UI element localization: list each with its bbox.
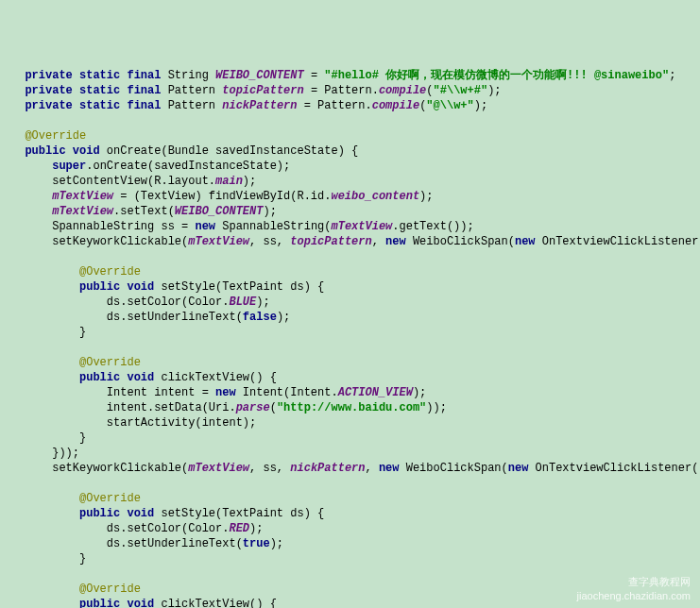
watermark: 查字典教程网 jiaocheng.chazidian.com (577, 562, 691, 602)
code-line: public void setStyle(TextPaint ds) { (11, 280, 324, 294)
code-line: public void clickTextView() { (11, 371, 277, 384)
code-line: intent.setData(Uri.parse("http://www.bai… (11, 401, 447, 414)
code-line: ds.setUnderlineText(true); (11, 537, 283, 550)
code-line: public void clickTextView() { (11, 598, 277, 608)
code-block: private static final String WEIBO_CONTEN… (11, 68, 689, 608)
code-line: @Override (11, 265, 141, 279)
code-line: })); (11, 447, 79, 460)
code-line: ds.setColor(Color.RED); (11, 522, 263, 535)
code-line: } (11, 552, 86, 566)
code-line: mTextView = (TextView) findViewById(R.id… (11, 190, 434, 203)
watermark-title: 查字典教程网 (628, 576, 691, 587)
code-line: @Override (11, 356, 141, 369)
code-line: private static final Pattern nickPattern… (11, 99, 487, 112)
code-line: ds.setColor(Color.BLUE); (11, 296, 270, 309)
code-line: public void onCreate(Bundle savedInstanc… (11, 144, 358, 158)
code-line: } (11, 326, 86, 339)
code-line: public void setStyle(TextPaint ds) { (11, 507, 324, 520)
code-line: } (11, 431, 86, 445)
code-line: startActivity(intent); (11, 416, 256, 430)
code-line: super.onCreate(savedInstanceState); (11, 160, 290, 173)
code-line: private static final String WEIBO_CONTEN… (11, 69, 675, 82)
code-line: setKeyworkClickable(mTextView, ss, topic… (11, 235, 700, 248)
code-line: @Override (11, 129, 86, 143)
code-line: setContentView(R.layout.main); (11, 175, 256, 188)
code-line: private static final Pattern topicPatter… (11, 84, 502, 97)
code-line: @Override (11, 583, 141, 596)
watermark-url: jiaocheng.chazidian.com (577, 590, 691, 601)
code-line: @Override (11, 492, 141, 505)
code-line: Intent intent = new Intent(Intent.ACTION… (11, 386, 426, 399)
code-line: SpannableString ss = new SpannableString… (11, 220, 474, 233)
code-line: setKeyworkClickable(mTextView, ss, nickP… (11, 462, 700, 475)
code-line: mTextView.setText(WEIBO_CONTENT); (11, 205, 277, 218)
code-line: ds.setUnderlineText(false); (11, 311, 290, 324)
